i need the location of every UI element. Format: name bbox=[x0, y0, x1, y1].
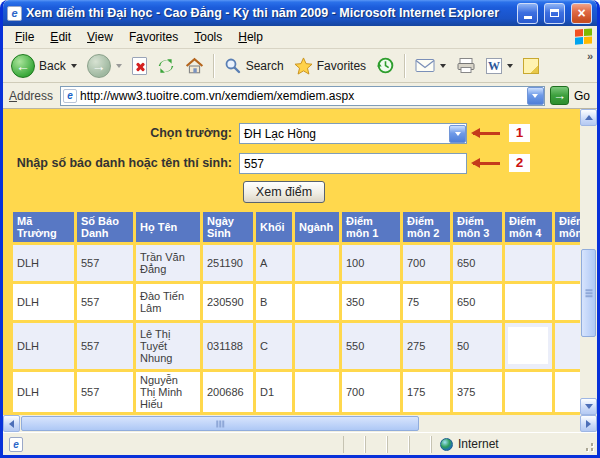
table-cell bbox=[295, 372, 339, 412]
table-cell: Đào Tiến Lâm bbox=[136, 284, 200, 320]
table-cell: A bbox=[256, 245, 292, 281]
toolbar-separator bbox=[404, 54, 406, 78]
globe-icon bbox=[440, 438, 453, 451]
menu-tools[interactable]: Tools bbox=[186, 27, 230, 47]
table-cell: 557 bbox=[77, 323, 133, 369]
header-cell: Điểm môn 1 bbox=[342, 212, 400, 242]
web-page: Chọn trường: ĐH Lạc Hồng 1 Nhập số báo d… bbox=[3, 109, 580, 415]
header-cell: Số Báo Danh bbox=[77, 212, 133, 242]
lookup-form: Chọn trường: ĐH Lạc Hồng 1 Nhập số báo d… bbox=[3, 109, 580, 209]
address-bar: Address e → Go bbox=[3, 83, 597, 109]
page-icon: e bbox=[63, 89, 77, 103]
go-label: Go bbox=[574, 89, 593, 103]
status-page-icon: e bbox=[9, 437, 23, 452]
table-cell: DLH bbox=[13, 245, 74, 281]
resize-grip[interactable] bbox=[581, 436, 595, 453]
search-button[interactable]: Search bbox=[220, 55, 288, 77]
menu-favorites[interactable]: Favorites bbox=[121, 27, 186, 47]
stop-button[interactable] bbox=[128, 55, 151, 77]
scroll-up-button[interactable] bbox=[580, 109, 597, 126]
table-cell bbox=[295, 323, 339, 369]
table-cell: 557 bbox=[77, 284, 133, 320]
arrow-left-icon bbox=[9, 420, 14, 428]
table-cell bbox=[555, 284, 580, 320]
address-input[interactable] bbox=[77, 89, 527, 103]
table-cell bbox=[505, 284, 552, 320]
table-cell: 275 bbox=[403, 323, 450, 369]
back-button[interactable]: ← Back bbox=[7, 52, 81, 80]
scroll-down-button[interactable] bbox=[580, 398, 597, 415]
header-cell: Điểm môn 4 bbox=[505, 212, 552, 242]
home-button[interactable] bbox=[181, 55, 208, 77]
table-cell bbox=[555, 323, 580, 369]
menu-help[interactable]: Help bbox=[230, 27, 271, 47]
minimize-button[interactable] bbox=[517, 3, 538, 24]
table-cell: Nguyễn Thị Minh Hiếu bbox=[136, 372, 200, 412]
history-icon bbox=[376, 56, 395, 75]
address-dropdown-button[interactable] bbox=[527, 87, 544, 105]
table-cell: DLH bbox=[13, 372, 74, 412]
table-header-row: Mã Trường Số Báo Danh Họ Tên Ngày Sinh K… bbox=[13, 212, 580, 242]
print-button[interactable] bbox=[452, 55, 480, 76]
status-segment bbox=[387, 436, 409, 453]
table-cell: Trần Văn Đẳng bbox=[136, 245, 200, 281]
table-cell bbox=[505, 372, 552, 412]
menu-view[interactable]: View bbox=[79, 27, 121, 47]
sbd-input[interactable] bbox=[239, 153, 467, 174]
header-cell: Điểm môn 3 bbox=[453, 212, 502, 242]
annotation-badge-2: 2 bbox=[509, 154, 530, 172]
windows-flag-icon bbox=[575, 28, 593, 45]
menu-edit[interactable]: Edit bbox=[42, 27, 79, 47]
table-cell bbox=[555, 372, 580, 412]
horizontal-scroll-thumb[interactable] bbox=[21, 416, 419, 431]
table-cell: 700 bbox=[403, 245, 450, 281]
scores-table: Mã Trường Số Báo Danh Họ Tên Ngày Sinh K… bbox=[10, 209, 580, 415]
home-icon bbox=[185, 57, 204, 75]
refresh-button[interactable] bbox=[153, 55, 179, 77]
table-cell: 100 bbox=[342, 245, 400, 281]
header-cell: Ngành bbox=[295, 212, 339, 242]
minimize-icon bbox=[524, 16, 532, 19]
edit-with-word-button[interactable]: W bbox=[482, 56, 517, 76]
toolbar-overflow-chevron[interactable]: » bbox=[587, 50, 593, 62]
header-cell: Ngày Sinh bbox=[203, 212, 253, 242]
select-dropdown-button[interactable] bbox=[449, 125, 466, 143]
status-main-panel: e bbox=[5, 437, 343, 452]
search-label: Search bbox=[246, 59, 284, 73]
title-bar: e Xem điểm thi Đại học - Cao Đẳng - Kỳ t… bbox=[3, 0, 597, 26]
discuss-button[interactable] bbox=[519, 56, 543, 76]
horizontal-scrollbar[interactable] bbox=[3, 415, 597, 432]
maximize-icon bbox=[550, 9, 559, 17]
browser-window: e Xem điểm thi Đại học - Cao Đẳng - Kỳ t… bbox=[0, 0, 600, 458]
table-cell: Lê Thị Tuyết Nhung bbox=[136, 323, 200, 369]
favorites-button[interactable]: Favorites bbox=[290, 55, 370, 77]
status-segment bbox=[365, 436, 387, 453]
history-button[interactable] bbox=[372, 54, 399, 77]
table-cell bbox=[295, 284, 339, 320]
table-cell bbox=[505, 323, 552, 369]
back-dropdown-icon bbox=[71, 64, 77, 68]
forward-button[interactable]: → bbox=[83, 52, 126, 80]
mail-button[interactable] bbox=[411, 56, 450, 75]
search-icon bbox=[224, 57, 242, 75]
note-icon bbox=[523, 58, 539, 74]
address-field-wrap: e bbox=[60, 86, 545, 106]
school-select[interactable]: ĐH Lạc Hồng bbox=[239, 123, 467, 144]
table-cell: 251190 bbox=[203, 245, 253, 281]
close-button[interactable]: × bbox=[571, 3, 592, 24]
maximize-button[interactable] bbox=[544, 3, 565, 24]
scroll-left-button[interactable] bbox=[3, 415, 20, 432]
table-cell: 557 bbox=[77, 372, 133, 412]
table-cell: 350 bbox=[342, 284, 400, 320]
vertical-scrollbar[interactable] bbox=[580, 109, 597, 415]
go-button[interactable]: → bbox=[550, 86, 569, 105]
scroll-right-button[interactable] bbox=[580, 415, 597, 432]
status-segment bbox=[343, 436, 365, 453]
menu-file[interactable]: File bbox=[7, 27, 42, 47]
table-cell: B bbox=[256, 284, 292, 320]
view-scores-button[interactable]: Xem điểm bbox=[243, 181, 325, 203]
vertical-scroll-thumb[interactable] bbox=[581, 249, 596, 337]
table-cell: DLH bbox=[13, 323, 74, 369]
annotation-badge-1: 1 bbox=[509, 124, 530, 142]
table-cell: 557 bbox=[77, 245, 133, 281]
